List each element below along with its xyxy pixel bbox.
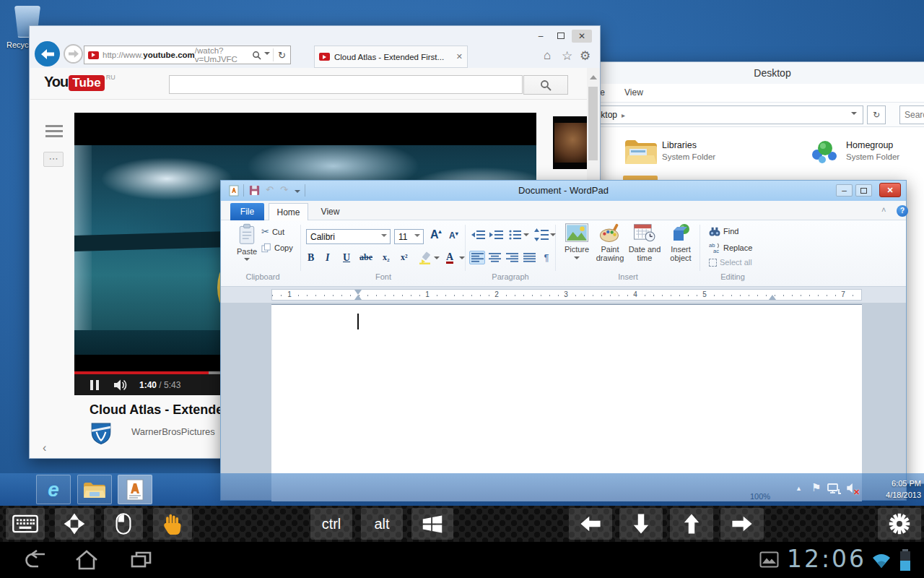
scrollbar-thumb[interactable]: [588, 87, 598, 160]
back-button[interactable]: [35, 41, 60, 66]
tab-close-icon[interactable]: ✕: [456, 52, 463, 61]
youtube-search-input[interactable]: [169, 75, 523, 94]
tray-clock[interactable]: 6:05 PM 4/18/2013: [865, 478, 921, 501]
document-page[interactable]: [271, 304, 862, 501]
browser-tab[interactable]: Cloud Atlas - Extended First... ✕: [314, 46, 468, 68]
select-all-button[interactable]: Select all: [709, 258, 752, 267]
windows-key-button[interactable]: [411, 508, 453, 540]
insert-picture-button[interactable]: Picture: [560, 223, 593, 271]
ie-close-button[interactable]: ✕: [572, 30, 592, 43]
tab-view[interactable]: View: [313, 203, 348, 220]
breadcrumb-arrow-icon[interactable]: ▸: [622, 111, 625, 119]
youtube-search-button[interactable]: [523, 75, 568, 95]
taskbar-ie-button[interactable]: e: [36, 475, 71, 504]
highlight-button[interactable]: [419, 251, 432, 264]
copy-button[interactable]: Copy: [261, 243, 293, 253]
wordpad-minimize-button[interactable]: –: [836, 184, 853, 197]
italic-button[interactable]: I: [326, 252, 329, 264]
hanging-indent-marker[interactable]: [354, 291, 362, 300]
justify-button[interactable]: [521, 251, 537, 264]
font-color-button[interactable]: A: [446, 252, 453, 264]
date-time-button[interactable]: Date and time: [627, 223, 663, 271]
address-bar[interactable]: Desktop ▸: [567, 105, 863, 124]
font-color-dropdown-icon[interactable]: [459, 256, 465, 262]
underline-button[interactable]: U: [343, 252, 350, 264]
list-button[interactable]: [509, 230, 521, 241]
shrink-font-button[interactable]: A▾: [449, 230, 458, 241]
taskbar-wordpad-button[interactable]: [118, 475, 152, 504]
address-dropdown-icon[interactable]: [851, 112, 857, 118]
warner-bros-logo[interactable]: [90, 422, 113, 445]
touch-pan-button[interactable]: [153, 508, 192, 540]
home-icon[interactable]: ⌂: [544, 48, 551, 63]
youtube-logo[interactable]: YouTubeRU: [44, 74, 116, 90]
arrow-up-button[interactable]: [670, 508, 713, 540]
tray-expand-icon[interactable]: ▲: [796, 485, 802, 492]
align-center-button[interactable]: [487, 251, 502, 264]
insert-object-button[interactable]: Insert object: [664, 223, 697, 271]
volume-icon[interactable]: [114, 379, 128, 391]
url-dropdown-icon[interactable]: [264, 52, 270, 58]
explorer-tab-view[interactable]: View: [624, 87, 643, 98]
windows-taskbar[interactable]: e ▲ ⚑ ✕: [0, 473, 924, 506]
url-bar[interactable]: http://www.youtube.com/watch?v=UmJVFC ↻: [84, 46, 291, 64]
related-video-thumbnail[interactable]: [553, 116, 589, 169]
ie-maximize-button[interactable]: [552, 30, 570, 43]
increase-indent-button[interactable]: [489, 230, 503, 241]
android-back-button[interactable]: [22, 550, 49, 570]
highlight-dropdown-icon[interactable]: [434, 256, 440, 262]
ctrl-key-button[interactable]: ctrl: [310, 508, 352, 540]
android-clock[interactable]: 12:06: [787, 545, 866, 573]
hscroll-left-icon[interactable]: ‹: [43, 441, 46, 454]
screenshot-notification-icon[interactable]: [759, 551, 779, 568]
tab-file[interactable]: File: [230, 203, 264, 220]
align-right-button[interactable]: [504, 251, 520, 264]
refresh-button[interactable]: ↻: [867, 105, 886, 124]
favorites-star-icon[interactable]: ☆: [562, 48, 572, 64]
more-button[interactable]: ⋯: [43, 152, 64, 167]
settings-button[interactable]: [878, 508, 921, 540]
keyboard-button[interactable]: [6, 508, 45, 540]
decrease-indent-button[interactable]: [471, 230, 485, 241]
pause-button[interactable]: [90, 380, 99, 390]
font-family-select[interactable]: Calibri: [306, 229, 391, 244]
mouse-button[interactable]: [104, 508, 143, 540]
line-spacing-button[interactable]: [534, 228, 549, 241]
arrow-left-button[interactable]: [569, 508, 612, 540]
collapse-ribbon-icon[interactable]: ˄: [881, 205, 886, 214]
replace-button[interactable]: ab ac Replace: [709, 242, 752, 253]
arrow-right-button[interactable]: [720, 508, 764, 540]
list-dropdown-icon[interactable]: [523, 233, 529, 239]
guide-menu-icon[interactable]: [45, 125, 63, 137]
tab-home[interactable]: Home: [269, 203, 308, 220]
grow-font-button[interactable]: A▴: [430, 228, 442, 241]
align-left-button[interactable]: [469, 251, 485, 264]
dpad-button[interactable]: [55, 508, 94, 540]
wordpad-maximize-button[interactable]: [855, 184, 872, 197]
wordpad-titlebar[interactable]: ↶ ↷ Document - WordPad – ✕: [221, 181, 906, 201]
paste-button[interactable]: Paste: [232, 223, 261, 271]
scroll-up-icon[interactable]: [590, 72, 597, 79]
strikethrough-button[interactable]: abe: [359, 252, 372, 263]
cut-button[interactable]: ✂ Cut: [261, 226, 284, 237]
arrow-down-button[interactable]: [619, 508, 663, 540]
font-size-select[interactable]: 11: [394, 229, 424, 244]
help-icon[interactable]: ?: [897, 205, 908, 217]
taskbar-explorer-button[interactable]: [77, 475, 112, 504]
android-home-button[interactable]: [74, 549, 100, 571]
spacing-dropdown-icon[interactable]: [550, 233, 556, 239]
android-recents-button[interactable]: [128, 550, 154, 570]
ie-minimize-button[interactable]: –: [531, 30, 550, 43]
forward-button[interactable]: [64, 44, 83, 64]
bold-button[interactable]: B: [308, 252, 314, 264]
action-center-flag-icon[interactable]: ⚑: [811, 481, 821, 494]
paragraph-settings-button[interactable]: ¶: [539, 251, 554, 264]
superscript-button[interactable]: x²: [401, 252, 408, 263]
subscript-button[interactable]: x₂: [383, 252, 390, 263]
network-icon[interactable]: [827, 483, 842, 496]
explorer-search-input[interactable]: Search Desktop: [899, 105, 924, 124]
paint-drawing-button[interactable]: Paint drawing: [593, 223, 627, 271]
refresh-icon[interactable]: ↻: [278, 50, 286, 61]
channel-name[interactable]: WarnerBrosPictures: [131, 426, 215, 437]
tools-gear-icon[interactable]: ⚙: [580, 48, 590, 64]
